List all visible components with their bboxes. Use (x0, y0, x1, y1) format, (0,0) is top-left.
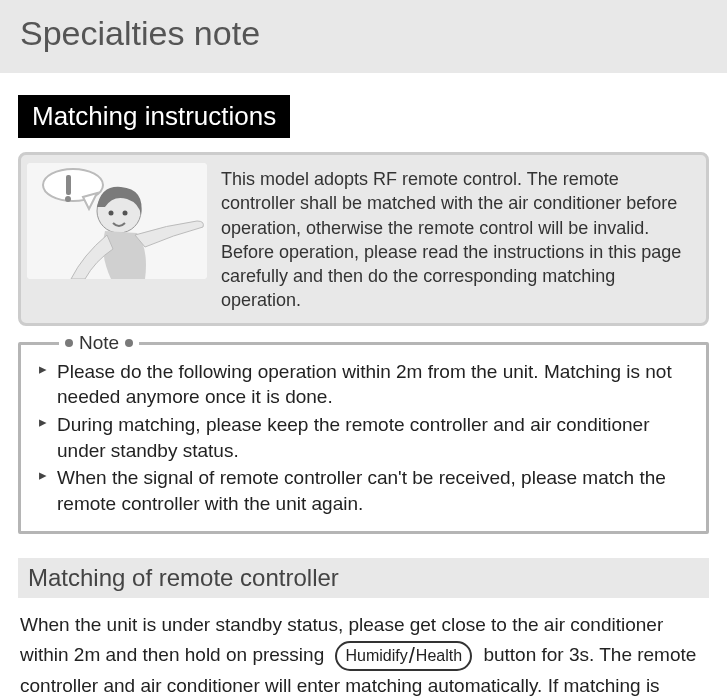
svg-rect-3 (66, 175, 71, 195)
page-title: Specialties note (20, 14, 707, 53)
button-text-left: Humidify (345, 646, 407, 665)
info-box: This model adopts RF remote control. The… (18, 152, 709, 326)
humidify-health-button-icon: Humidify/Health (335, 641, 472, 671)
info-text-line1: This model adopts RF remote control. The… (221, 169, 677, 238)
header-banner: Specialties note (0, 0, 727, 73)
note-item: During matching, please keep the remote … (39, 412, 692, 463)
section-title-matching-remote: Matching of remote controller (18, 558, 709, 598)
info-text: This model adopts RF remote control. The… (221, 163, 692, 313)
section-title-matching-instructions: Matching instructions (18, 95, 290, 138)
woman-pointing-illustration (27, 163, 207, 279)
content-area: Matching instructions (0, 73, 727, 698)
note-label-text: Note (79, 332, 119, 354)
note-item: When the signal of remote controller can… (39, 465, 692, 516)
button-text-right: Health (416, 646, 462, 665)
note-box: Note Please do the following operation w… (18, 342, 709, 534)
note-label: Note (59, 332, 139, 354)
svg-point-4 (65, 196, 71, 202)
svg-point-6 (109, 211, 114, 216)
slash-icon: / (409, 643, 415, 669)
note-item: Please do the following operation within… (39, 359, 692, 410)
matching-paragraph: When the unit is under standby status, p… (18, 610, 709, 698)
note-list: Please do the following operation within… (39, 359, 692, 517)
info-text-line2: Before operation, please read the instru… (221, 242, 681, 311)
svg-point-7 (123, 211, 128, 216)
